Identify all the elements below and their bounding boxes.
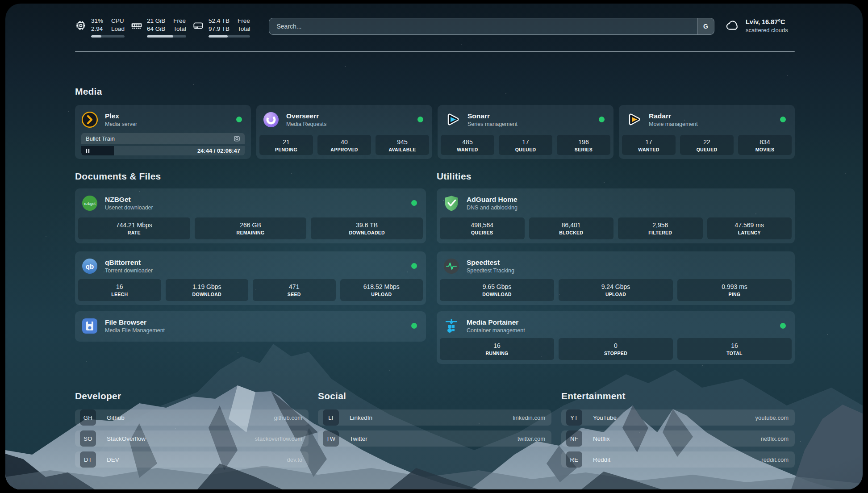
- disk-free-label: Free: [238, 17, 250, 25]
- nzbget-title: NZBGet: [105, 195, 153, 204]
- bookmark-netflix[interactable]: NF Netflix netflix.com: [561, 430, 795, 447]
- radarr-icon: [625, 111, 642, 128]
- section-title-utilities: Utilities: [437, 171, 472, 182]
- disk-free-value: 52.4 TB: [209, 17, 230, 25]
- pause-icon[interactable]: [86, 149, 90, 153]
- overseerr-stats: 21PENDING 40APPROVED 945AVAILABLE: [259, 135, 429, 155]
- plex-now-playing-title: Bullet Train: [86, 135, 115, 142]
- bookmark-twitter[interactable]: TW Twitter twitter.com: [318, 430, 551, 447]
- bookmark-abbr: SO: [80, 430, 96, 447]
- card-overseerr[interactable]: Overseerr Media Requests 21PENDING 40APP…: [256, 105, 432, 159]
- stat-latency: 47.569 msLATENCY: [707, 217, 792, 239]
- section-title-developer: Developer: [75, 391, 121, 401]
- bookmark-url: youtube.com: [755, 414, 789, 421]
- speedtest-stats: 9.65 GbpsDOWNLOAD 9.24 GbpsUPLOAD 0.993 …: [440, 279, 792, 301]
- nzbget-subtitle: Usenet downloader: [105, 204, 153, 212]
- disk-total-value: 97.9 TB: [209, 25, 230, 33]
- disk-progress-bar: [209, 35, 250, 38]
- bookmarks-social: LI LinkedIn linkedin.com TW Twitter twit…: [318, 409, 551, 447]
- bookmark-url: github.com: [274, 414, 302, 421]
- card-nzbget[interactable]: nzbget NZBGet Usenet downloader 744.21 M…: [75, 188, 426, 243]
- plex-progress-fill: [81, 146, 114, 155]
- bookmark-dev[interactable]: DT DEV dev.to: [75, 451, 309, 468]
- disk-widget: 52.4 TB97.9 TB FreeTotal: [192, 17, 250, 38]
- row-documents-utilities-3: File Browser Media File Management Media…: [75, 311, 795, 364]
- card-sonarr[interactable]: Sonarr Series management 485WANTED 17QUE…: [438, 105, 613, 159]
- bookmark-stackoverflow[interactable]: SO StackOverflow stackoverflow.com: [75, 430, 309, 447]
- bookmark-abbr: TW: [323, 430, 339, 447]
- radarr-title: Radarr: [649, 112, 698, 121]
- search-provider-button[interactable]: G: [697, 18, 714, 34]
- card-filebrowser[interactable]: File Browser Media File Management: [75, 311, 426, 342]
- stat-filtered: 2,956FILTERED: [618, 217, 703, 239]
- ram-total-value: 64 GiB: [147, 25, 165, 33]
- bookmark-abbr: LI: [323, 409, 339, 426]
- stat-download: 9.65 GbpsDOWNLOAD: [440, 279, 554, 301]
- stat-available: 945AVAILABLE: [376, 135, 429, 155]
- card-adguard[interactable]: AdGuard Home DNS and adblocking 498,564Q…: [437, 188, 795, 243]
- adguard-stats: 498,564QUERIES 86,401BLOCKED 2,956FILTER…: [440, 217, 792, 239]
- bookmark-name: Twitter: [350, 435, 367, 442]
- bookmark-reddit[interactable]: RE Reddit reddit.com: [561, 451, 795, 468]
- stat-rate: 744.21 MbpsRATE: [78, 217, 190, 239]
- bookmark-abbr: NF: [566, 430, 582, 447]
- stat-downloaded: 39.6 TBDOWNLOADED: [311, 217, 423, 239]
- bookmark-linkedin[interactable]: LI LinkedIn linkedin.com: [318, 409, 551, 426]
- stat-upload: 618.52 MbpsUPLOAD: [340, 279, 423, 301]
- portainer-icon: [443, 318, 460, 334]
- weather-widget[interactable]: Lviv, 16.87°C scattered clouds: [724, 17, 795, 34]
- section-title-entertainment: Entertainment: [561, 391, 626, 401]
- card-radarr[interactable]: Radarr Movie management 17WANTED 22QUEUE…: [619, 105, 795, 159]
- speedtest-title: Speedtest: [467, 258, 514, 267]
- video-icon: [234, 135, 240, 142]
- speedtest-subtitle: Speedtest Tracking: [467, 267, 514, 275]
- svg-text:nzbget: nzbget: [84, 201, 96, 206]
- status-dot: [780, 323, 786, 329]
- stat-movies: 834MOVIES: [738, 135, 792, 155]
- section-title-social: Social: [318, 391, 346, 401]
- nzbget-icon: nzbget: [81, 195, 98, 212]
- ram-progress-bar: [147, 35, 186, 38]
- stat-wanted: 485WANTED: [441, 135, 494, 155]
- plex-progress-bar: 24:44 / 02:06:47: [81, 146, 245, 155]
- card-portainer[interactable]: Media Portainer Container management 16R…: [437, 311, 795, 364]
- card-plex[interactable]: Plex Media server Bullet Train 24:44 / 0…: [75, 105, 251, 159]
- ram-free-value: 21 GiB: [147, 17, 165, 25]
- cloud-icon: [724, 17, 741, 34]
- filebrowser-title: File Browser: [105, 318, 165, 327]
- sonarr-stats: 485WANTED 17QUEUED 196SERIES: [441, 135, 610, 155]
- search-box: G: [269, 18, 714, 35]
- row-documents-utilities-1: nzbget NZBGet Usenet downloader 744.21 M…: [75, 188, 795, 243]
- stat-running: 16RUNNING: [440, 338, 554, 360]
- weather-condition: scattered clouds: [746, 26, 788, 34]
- stat-leech: 16LEECH: [78, 279, 161, 301]
- stat-download: 1.19 GbpsDOWNLOAD: [166, 279, 249, 301]
- bookmark-youtube[interactable]: YT YouTube youtube.com: [561, 409, 795, 426]
- stat-stopped: 0STOPPED: [559, 338, 673, 360]
- plex-subtitle: Media server: [105, 121, 137, 128]
- card-speedtest[interactable]: Speedtest Speedtest Tracking 9.65 GbpsDO…: [437, 251, 795, 305]
- cpu-load-value: 2.94: [91, 25, 103, 33]
- stat-wanted: 17WANTED: [622, 135, 676, 155]
- bookmark-github[interactable]: GH Github github.com: [75, 409, 309, 426]
- bookmark-url: reddit.com: [761, 456, 789, 463]
- plex-now-playing: Bullet Train: [81, 133, 245, 144]
- search-input[interactable]: [276, 18, 694, 34]
- sonarr-icon: [444, 111, 461, 128]
- bookmark-name: Github: [107, 414, 125, 421]
- disk-icon: [192, 20, 204, 31]
- bookmark-name: DEV: [107, 456, 119, 463]
- cpu-load-label: Load: [111, 25, 125, 33]
- section-title-media: Media: [75, 86, 102, 97]
- stat-upload: 9.24 GbpsUPLOAD: [559, 279, 673, 301]
- sonarr-subtitle: Series management: [467, 121, 517, 128]
- stat-seed: 471SEED: [253, 279, 336, 301]
- bookmark-url: netflix.com: [761, 435, 789, 442]
- card-qbittorrent[interactable]: qb qBittorrent Torrent downloader 16LEEC…: [75, 251, 426, 305]
- stat-total: 16TOTAL: [677, 338, 792, 360]
- stat-approved: 40APPROVED: [317, 135, 371, 155]
- media-cards-row: Plex Media server Bullet Train 24:44 / 0…: [75, 105, 795, 159]
- stat-queued: 17QUEUED: [499, 135, 552, 155]
- bookmarks-entertainment: YT YouTube youtube.com NF Netflix netfli…: [561, 409, 795, 468]
- status-dot: [411, 263, 417, 269]
